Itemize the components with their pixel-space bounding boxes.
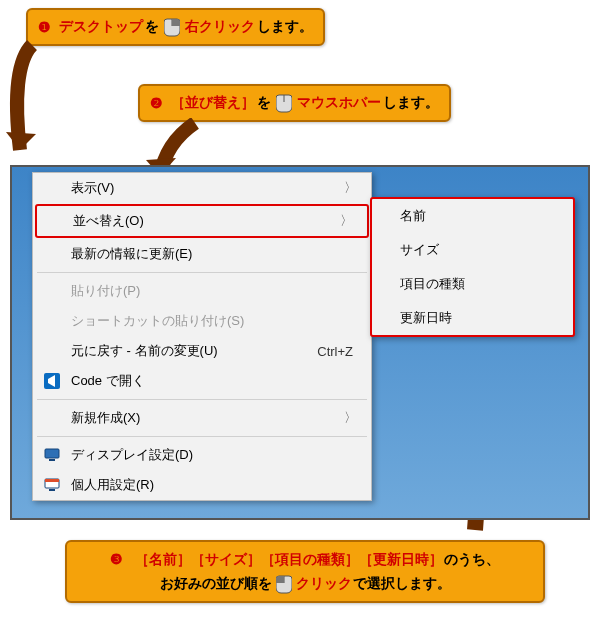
callout-3-index: ❸ [110,548,123,570]
personalize-icon [43,476,61,494]
callout-2-target: ［並び替え］ [171,94,255,112]
mouse-icon [275,573,293,595]
separator [37,399,367,400]
vscode-icon [43,372,61,390]
chevron-right-icon: 〉 [344,409,357,427]
callout-1-action: 右クリック [185,18,255,36]
arrow-1 [2,40,62,170]
svg-rect-9 [45,479,59,482]
separator [37,272,367,273]
svg-rect-6 [45,449,59,458]
sort-by-name[interactable]: 名前 [372,199,573,233]
ctx-item-display-settings[interactable]: ディスプレイ設定(D) [33,440,371,470]
ctx-item-undo[interactable]: 元に戻す - 名前の変更(U) Ctrl+Z [33,336,371,366]
callout-3-action: クリック [296,572,352,594]
ctx-item-personalize[interactable]: 個人用設定(R) [33,470,371,500]
desktop-background[interactable]: 表示(V) 〉 並べ替え(O) 〉 最新の情報に更新(E) 貼り付け(P) ショ… [10,165,590,520]
svg-marker-2 [6,132,36,150]
callout-1: ❶ デスクトップ を 右クリック します。 [26,8,325,46]
separator [37,436,367,437]
chevron-right-icon: 〉 [344,179,357,197]
callout-1-target: デスクトップ [59,18,143,36]
callout-2-index: ❷ [150,95,163,111]
monitor-icon [43,446,61,464]
ctx-item-new[interactable]: 新規作成(X) 〉 [33,403,371,433]
sort-by-date[interactable]: 更新日時 [372,301,573,335]
ctx-item-sort[interactable]: 並べ替え(O) 〉 [35,204,369,238]
svg-rect-7 [49,459,55,461]
ctx-item-paste-shortcut: ショートカットの貼り付け(S) [33,306,371,336]
sort-submenu: 名前 サイズ 項目の種類 更新日時 [370,197,575,337]
ctx-item-view[interactable]: 表示(V) 〉 [33,173,371,203]
ctx-item-paste: 貼り付け(P) [33,276,371,306]
callout-1-index: ❶ [38,19,51,35]
callout-2: ❷ ［並び替え］ を マウスホバー します。 [138,84,451,122]
callout-3-options: ［名前］［サイズ］［項目の種類］［更新日時］ [135,548,443,570]
ctx-item-open-code[interactable]: Code で開く [33,366,371,396]
sort-by-type[interactable]: 項目の種類 [372,267,573,301]
sort-by-size[interactable]: サイズ [372,233,573,267]
mouse-icon [275,92,293,114]
chevron-right-icon: 〉 [340,212,353,230]
context-menu: 表示(V) 〉 並べ替え(O) 〉 最新の情報に更新(E) 貼り付け(P) ショ… [32,172,372,501]
callout-3: ❸ ［名前］［サイズ］［項目の種類］［更新日時］ のうち、 お好みの並び順を ク… [65,540,545,603]
shortcut-label: Ctrl+Z [317,344,353,359]
svg-rect-10 [49,489,55,491]
ctx-item-refresh[interactable]: 最新の情報に更新(E) [33,239,371,269]
mouse-icon [163,16,181,38]
callout-2-action: マウスホバー [297,94,381,112]
